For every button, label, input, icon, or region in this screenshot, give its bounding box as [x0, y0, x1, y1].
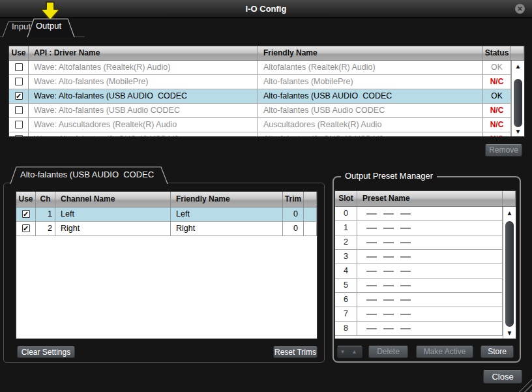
- col-scroll-spacer: [503, 191, 516, 206]
- col-scroll-spacer: [511, 46, 524, 60]
- store-button[interactable]: Store: [480, 346, 514, 358]
- channel-table-empty-area: [16, 236, 317, 339]
- io-config-dialog: { "window": { "title": "I-O Config", "cl…: [0, 0, 532, 392]
- slot-number: 1: [335, 221, 357, 235]
- scroll-down-icon[interactable]: ▼: [512, 128, 524, 135]
- preset-row[interactable]: 1: [335, 221, 516, 235]
- status-badge: N/C: [483, 75, 511, 89]
- status-badge: OK: [483, 61, 511, 74]
- preset-name-placeholder: [357, 307, 503, 321]
- scroll-down-icon[interactable]: ▼: [503, 330, 516, 337]
- col-slot: Slot: [335, 191, 357, 206]
- use-checkbox[interactable]: [15, 121, 23, 128]
- slot-number: 2: [335, 235, 357, 249]
- window-title: I-O Config: [0, 0, 532, 18]
- status-badge: N/C: [483, 104, 511, 117]
- preset-row[interactable]: 7: [335, 307, 516, 322]
- channel-row[interactable]: ✓ 2 Right Right 0: [16, 222, 317, 236]
- preset-row[interactable]: 5: [335, 279, 516, 293]
- device-row[interactable]: Wave: Alto-falantes (MobilePre) Alto-fal…: [9, 75, 524, 89]
- col-preset-name: Preset Name: [357, 191, 503, 206]
- clear-settings-button[interactable]: Clear Settings: [17, 346, 75, 358]
- friendly-name: Alto-falantes (USB AUDIO CODEC: [258, 89, 483, 103]
- status-badge: N/C: [483, 118, 511, 132]
- device-table-scrollbar[interactable]: ▲ ▼: [511, 61, 524, 136]
- friendly-name: Alto-falantes (MobilePre): [258, 75, 483, 89]
- preset-move-down-up-button[interactable]: ▼ ▲: [337, 346, 362, 358]
- close-icon[interactable]: ✕: [515, 4, 525, 14]
- preset-row[interactable]: 2: [335, 235, 516, 250]
- device-row[interactable]: Wave: Auscultadores (Realtek(R) Audio Au…: [9, 118, 524, 132]
- use-checkbox[interactable]: [15, 78, 23, 85]
- driver-name: Wave: Altofalantes (Realtek(R) Audio): [29, 61, 258, 74]
- preset-row[interactable]: 4: [335, 264, 516, 279]
- reset-trims-button[interactable]: Reset Trims: [273, 346, 318, 358]
- use-checkbox[interactable]: [15, 106, 23, 114]
- channel-name: Right: [55, 222, 171, 235]
- use-checkbox[interactable]: ✓: [22, 224, 30, 232]
- friendly-name: Auscultadores (Realtek(R) Audio: [258, 118, 483, 132]
- preset-name-placeholder: [357, 322, 503, 335]
- title-bar[interactable]: I-O Config ✕: [0, 0, 532, 18]
- channel-row-selected[interactable]: ✓ 1 Left Left 0: [16, 207, 317, 222]
- preset-name-placeholder: [357, 235, 503, 249]
- friendly-name: Left: [171, 207, 283, 221]
- preset-table-scrollbar[interactable]: ▲ ▼: [503, 207, 516, 339]
- preset-name-placeholder: [357, 221, 503, 235]
- channel-table-header: Use Ch Channel Name Friendly Name Trim: [16, 192, 317, 207]
- col-friendly-name: Friendly Name: [171, 192, 283, 207]
- col-ch: Ch: [36, 192, 55, 207]
- use-checkbox[interactable]: [15, 63, 23, 71]
- slot-number: 4: [335, 264, 357, 278]
- preset-table: Slot Preset Name 0 1 2 3 4 5 6 7: [334, 190, 516, 339]
- trim-value[interactable]: 0: [283, 222, 304, 235]
- slot-number: 7: [335, 307, 357, 321]
- col-trim: Trim: [283, 192, 304, 207]
- scrollbar-thumb[interactable]: [514, 79, 522, 127]
- channel-tab[interactable]: Alto-falantes (USB AUDIO CODEC: [20, 170, 154, 179]
- device-row[interactable]: Wave: Alto-falantes (USB Audio CODEC Alt…: [9, 104, 524, 118]
- delete-button[interactable]: Delete: [368, 346, 408, 358]
- use-checkbox[interactable]: ✓: [15, 92, 23, 100]
- slot-number: 3: [335, 250, 357, 264]
- make-active-button[interactable]: Make Active: [416, 346, 473, 358]
- use-checkbox[interactable]: [15, 135, 23, 137]
- tab-output[interactable]: Output: [36, 21, 61, 31]
- channel-table: Use Ch Channel Name Friendly Name Trim ✓…: [16, 191, 318, 339]
- driver-name: Wave: Alto-falantes (2- QHS 40 USB V2: [29, 132, 258, 137]
- col-status: Status: [483, 46, 511, 60]
- device-table: Use API : Driver Name Friendly Name Stat…: [8, 46, 525, 137]
- device-row-clipped[interactable]: Wave: Alto-falantes (2- QHS 40 USB V2 Al…: [9, 132, 524, 137]
- col-use: Use: [16, 192, 36, 207]
- preset-row[interactable]: 6: [335, 293, 516, 307]
- col-friendly: Friendly Name: [258, 46, 483, 60]
- scroll-up-icon[interactable]: ▲: [503, 210, 516, 217]
- driver-name: Wave: Alto-falantes (USB AUDIO CODEC: [29, 89, 258, 103]
- scroll-up-icon[interactable]: ▲: [512, 63, 524, 70]
- col-use: Use: [9, 46, 29, 60]
- device-row[interactable]: Wave: Altofalantes (Realtek(R) Audio) Al…: [9, 61, 524, 75]
- close-button[interactable]: Close: [483, 370, 522, 384]
- preset-name-placeholder: [357, 250, 503, 264]
- channel-number: 2: [36, 222, 55, 235]
- col-channel-name: Channel Name: [55, 192, 171, 207]
- slot-number: 5: [335, 279, 357, 292]
- preset-row[interactable]: 0: [335, 207, 516, 221]
- device-row-selected[interactable]: ✓ Wave: Alto-falantes (USB AUDIO CODEC A…: [9, 89, 524, 104]
- friendly-name: Right: [171, 222, 283, 235]
- preset-row[interactable]: 8: [335, 322, 516, 336]
- preset-row[interactable]: 3: [335, 250, 516, 264]
- preset-name-placeholder: [357, 207, 503, 220]
- tab-input[interactable]: Input: [12, 22, 31, 31]
- trim-value[interactable]: 0: [283, 207, 304, 221]
- channel-number: 1: [36, 207, 55, 221]
- scrollbar-thumb[interactable]: [505, 221, 514, 327]
- driver-name: Wave: Auscultadores (Realtek(R) Audio: [29, 118, 258, 132]
- col-scroll-spacer: [304, 192, 317, 207]
- slot-number: 0: [335, 207, 357, 220]
- preset-name-placeholder: [357, 293, 503, 307]
- status-badge: N/C: [483, 132, 511, 137]
- remove-button[interactable]: Remove: [485, 144, 522, 157]
- preset-name-placeholder: [357, 279, 503, 292]
- use-checkbox[interactable]: ✓: [22, 210, 30, 218]
